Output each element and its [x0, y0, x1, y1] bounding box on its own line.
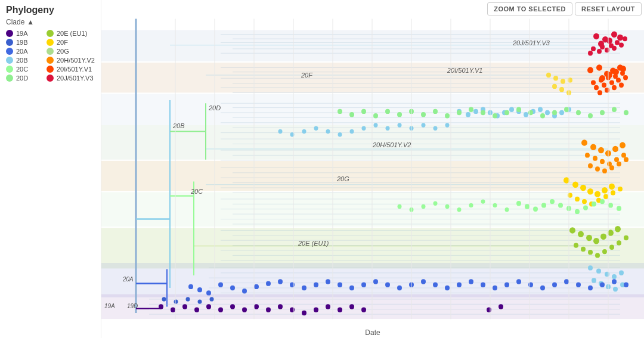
svg-point-245 [457, 110, 462, 115]
svg-point-132 [617, 162, 621, 166]
svg-point-238 [373, 113, 378, 118]
svg-point-115 [619, 83, 624, 88]
svg-point-233 [493, 203, 497, 207]
legend-color-dot [47, 48, 54, 55]
svg-point-293 [218, 283, 223, 287]
svg-text:2020-Nov: 2020-Nov [516, 325, 543, 331]
svg-text:20F: 20F [301, 72, 313, 79]
legend-item-label: 20C [16, 66, 28, 73]
svg-point-140 [609, 184, 615, 190]
legend-color-dot [6, 39, 13, 46]
zoom-to-selected-button[interactable]: ZOOM TO SELECTED [487, 2, 572, 15]
legend-color-dot [47, 39, 54, 46]
svg-point-297 [266, 281, 271, 286]
svg-point-240 [397, 112, 402, 117]
svg-text:2020-Sep: 2020-Sep [438, 325, 464, 331]
svg-text:2020-Jun: 2020-Jun [320, 325, 345, 331]
svg-point-168 [609, 245, 614, 250]
svg-point-216 [550, 199, 555, 204]
svg-point-116 [581, 139, 587, 146]
svg-point-162 [615, 226, 621, 232]
svg-point-259 [624, 110, 628, 115]
svg-point-299 [171, 308, 175, 312]
svg-point-124 [600, 159, 605, 164]
svg-point-223 [608, 203, 613, 207]
svg-point-86 [615, 40, 620, 45]
svg-point-275 [457, 283, 462, 287]
svg-point-206 [326, 129, 330, 134]
svg-point-91 [612, 46, 617, 51]
svg-point-131 [609, 165, 614, 170]
svg-point-224 [617, 206, 621, 210]
svg-point-84 [600, 45, 605, 49]
svg-point-287 [600, 283, 605, 287]
svg-point-316 [487, 308, 491, 312]
svg-point-163 [574, 243, 578, 247]
svg-point-146 [603, 194, 608, 199]
svg-point-239 [385, 109, 390, 114]
svg-point-318 [162, 297, 166, 301]
svg-point-258 [612, 107, 617, 112]
svg-point-298 [159, 304, 163, 309]
svg-text:19A: 19A [104, 302, 115, 309]
legend-item-20H-501Y-V2: 20H/501Y.V2 [47, 57, 95, 64]
svg-point-109 [609, 80, 614, 85]
svg-rect-6 [101, 192, 644, 227]
svg-point-248 [493, 113, 497, 118]
svg-point-304 [230, 304, 235, 309]
svg-point-82 [617, 35, 623, 41]
svg-point-302 [206, 304, 211, 309]
svg-point-236 [349, 112, 354, 117]
svg-point-107 [594, 85, 599, 90]
svg-point-249 [504, 110, 509, 115]
svg-point-234 [505, 207, 509, 212]
svg-rect-5 [101, 161, 644, 191]
svg-rect-1 [101, 30, 644, 61]
svg-point-87 [623, 36, 627, 41]
svg-text:2020-Dec: 2020-Dec [556, 325, 581, 331]
clade-sort-header[interactable]: Clade ▲ [6, 18, 95, 26]
svg-point-200 [434, 126, 438, 131]
svg-point-176 [592, 278, 596, 283]
legend-item-label: 20I/501Y.V1 [57, 66, 92, 73]
svg-point-220 [583, 205, 588, 210]
svg-point-165 [588, 250, 593, 255]
svg-text:2020-Mar: 2020-Mar [202, 325, 228, 331]
toolbar: ZOOM TO SELECTED RESET LAYOUT [487, 2, 642, 15]
svg-point-320 [186, 297, 190, 301]
svg-point-306 [254, 304, 259, 309]
svg-point-267 [361, 283, 366, 287]
svg-point-121 [620, 142, 626, 148]
legend-item-label: 19B [16, 39, 28, 46]
svg-point-212 [516, 201, 521, 206]
svg-point-322 [210, 297, 214, 301]
svg-point-296 [254, 284, 259, 289]
svg-point-179 [613, 287, 618, 292]
legend-item-19B: 19B [6, 39, 42, 46]
svg-text:20J/501Y.V3: 20J/501Y.V3 [512, 39, 550, 46]
legend-color-dot [47, 66, 54, 73]
svg-point-280 [516, 279, 521, 284]
svg-point-263 [314, 283, 318, 287]
svg-point-190 [524, 112, 528, 117]
svg-point-204 [302, 129, 306, 134]
svg-point-172 [596, 268, 601, 273]
svg-text:20G: 20G [336, 175, 349, 182]
svg-point-279 [504, 283, 509, 287]
legend-color-dot [6, 30, 13, 37]
svg-point-278 [493, 286, 497, 290]
svg-point-307 [266, 308, 271, 312]
legend-item-20J-501Y-V3: 20J/501Y.V3 [47, 75, 95, 82]
svg-point-154 [559, 87, 564, 92]
legend-item-label: 19A [16, 30, 28, 37]
svg-point-283 [552, 283, 557, 287]
legend-item-20D: 20D [6, 75, 42, 82]
svg-text:20B: 20B [172, 122, 185, 129]
svg-point-321 [198, 299, 202, 303]
svg-point-303 [218, 308, 223, 312]
svg-point-117 [590, 144, 596, 151]
svg-point-254 [564, 107, 569, 112]
reset-layout-button[interactable]: RESET LAYOUT [575, 2, 642, 15]
svg-point-221 [592, 201, 596, 206]
legend-item-label: 20H/501Y.V2 [57, 57, 95, 64]
